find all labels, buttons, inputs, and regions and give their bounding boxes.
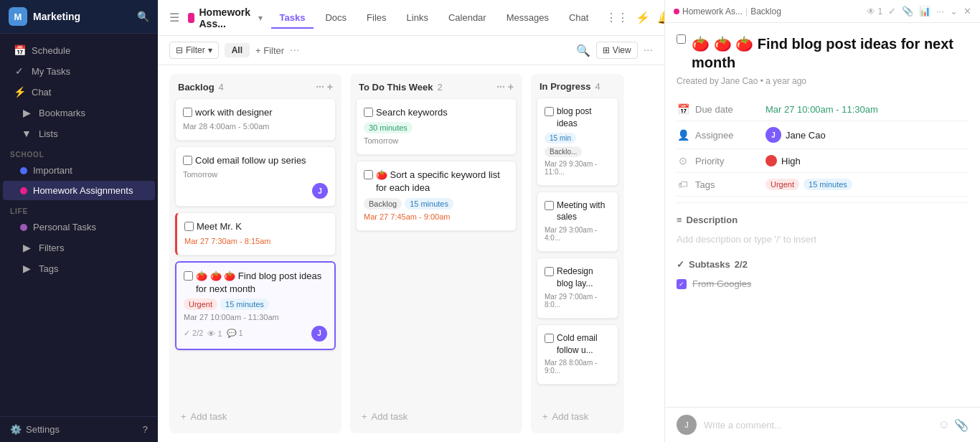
task-checkbox[interactable]: [545, 107, 554, 116]
sidebar-item-my-tasks[interactable]: ✓ My Tasks: [3, 61, 155, 81]
tab-chat[interactable]: Chat: [560, 8, 597, 29]
sidebar-item-lists[interactable]: ▼ Lists: [3, 123, 155, 144]
sidebar-item-bookmarks[interactable]: ▶ Bookmarks: [3, 103, 155, 123]
view-icon: ⊞: [603, 45, 610, 55]
tag-icon: 🏷: [677, 179, 689, 190]
detail-task-checkbox[interactable]: [677, 34, 686, 44]
task-card[interactable]: Redesign blog lay... Mar 29 7:00am - 8:0…: [537, 258, 618, 319]
project-selector[interactable]: Homework Ass... ▾: [188, 6, 263, 29]
assignee-name: Jane Cao: [786, 130, 826, 141]
tab-calendar[interactable]: Calendar: [440, 8, 495, 29]
detail-body: 🍅 🍅 🍅 Find blog post ideas for next mont…: [665, 23, 980, 407]
task-checkbox[interactable]: [545, 201, 554, 210]
bell-icon[interactable]: 🔔: [657, 11, 664, 24]
all-filter-tag[interactable]: All: [225, 43, 250, 57]
more-icon[interactable]: ···: [316, 81, 324, 93]
subtask-item[interactable]: ✓ From Googles: [677, 276, 969, 292]
close-icon[interactable]: ✕: [963, 6, 971, 17]
add-task-button[interactable]: + Add task: [175, 405, 336, 428]
task-card-selected[interactable]: 🍅 🍅 🍅 Find blog post ideas for next mont…: [175, 261, 336, 350]
sidebar-item-personal-tasks[interactable]: Personal Tasks: [3, 217, 155, 237]
emoji-icon[interactable]: ☺: [938, 418, 950, 432]
tag-urgent: Urgent: [184, 298, 217, 310]
description-placeholder[interactable]: Add description or type '/' to insert: [677, 231, 969, 248]
tab-tasks[interactable]: Tasks: [271, 8, 314, 29]
sidebar-item-tags[interactable]: ▶ Tags: [3, 258, 155, 278]
task-card[interactable]: work with designer Mar 28 4:00am - 5:00a…: [175, 98, 336, 141]
detail-panel: Homework As... | Backlog 👁 1 ✓ 📎 📊 ··· ⌄…: [664, 0, 980, 442]
task-card[interactable]: 🍅 Sort a specific keyword list for each …: [356, 161, 517, 230]
view-button[interactable]: ⊞ View: [596, 42, 638, 59]
dot-icon: [20, 224, 27, 231]
tab-files[interactable]: Files: [358, 8, 395, 29]
help-icon[interactable]: ?: [143, 424, 148, 435]
add-task-button[interactable]: + Add task: [537, 405, 618, 428]
eye-icon[interactable]: 👁 1: [867, 6, 882, 17]
sidebar-item-homework-assignments[interactable]: Homework Assignments: [3, 181, 155, 200]
tag-urgent: Urgent: [765, 179, 799, 190]
filter-button[interactable]: ⊟ Filter ▾: [169, 42, 219, 59]
more-options-icon[interactable]: ···: [290, 44, 299, 57]
gear-icon: ⚙️: [10, 424, 22, 435]
sidebar-item-filters[interactable]: ▶ Filters: [3, 238, 155, 258]
chart-icon[interactable]: 📊: [919, 6, 930, 17]
add-task-button[interactable]: + Add task: [356, 405, 517, 428]
grid-icon[interactable]: ⋮⋮: [606, 11, 628, 24]
task-card[interactable]: Meeting with sales Mar 29 3:00am - 4:0..…: [537, 192, 618, 253]
task-time: Mar 28 4:00am - 5:00am: [183, 122, 328, 131]
topbar: ☰ Homework Ass... ▾ Tasks Docs Files Lin…: [158, 0, 664, 36]
sidebar-item-important[interactable]: Important: [3, 161, 155, 180]
tab-messages[interactable]: Messages: [498, 8, 557, 29]
sidebar-nav: 📅 Schedule ✓ My Tasks ⚡ Chat ▶ Bookmarks…: [0, 34, 158, 416]
comment-actions: ☺ 📎: [938, 418, 969, 432]
plus-icon: +: [362, 411, 367, 422]
task-card[interactable]: Meet Mr. K Mar 27 7:30am - 8:15am: [175, 212, 336, 255]
column-backlog-body: work with designer Mar 28 4:00am - 5:00a…: [169, 98, 341, 405]
task-time: Mar 27 7:45am - 9:00am: [364, 212, 509, 221]
task-checkbox[interactable]: [364, 170, 373, 179]
check-icon[interactable]: ✓: [888, 6, 896, 17]
task-checkbox[interactable]: [183, 156, 192, 165]
hamburger-icon[interactable]: ☰: [169, 11, 179, 24]
task-checkbox[interactable]: [183, 108, 192, 117]
minimize-icon[interactable]: ⌄: [950, 6, 958, 17]
bolt-icon[interactable]: ⚡: [636, 11, 650, 24]
tag-15min: 15 minutes: [405, 198, 453, 210]
add-task-icon[interactable]: +: [508, 81, 514, 93]
sidebar-item-schedule[interactable]: 📅 Schedule: [3, 40, 155, 60]
more-icon[interactable]: ···: [496, 81, 505, 93]
toolbar-more-icon[interactable]: ···: [644, 44, 653, 57]
task-card[interactable]: Cold email follow u... Mar 28 8:00am - 9…: [537, 324, 618, 385]
task-title: 🍅 🍅 🍅 Find blog post ideas for next mont…: [184, 270, 327, 296]
add-task-icon[interactable]: +: [327, 81, 333, 93]
settings-button[interactable]: ⚙️ Settings: [10, 424, 60, 435]
more-icon[interactable]: ···: [936, 6, 944, 17]
task-checkbox[interactable]: [364, 108, 373, 117]
comment-input[interactable]: [704, 420, 931, 431]
chevron-right-icon: ▶: [20, 242, 33, 253]
tag-15min: 15 minutes: [804, 179, 852, 190]
task-checkbox[interactable]: [545, 267, 554, 276]
task-checkbox[interactable]: [184, 271, 193, 281]
search-icon[interactable]: 🔍: [576, 44, 590, 57]
tags-value[interactable]: Urgent 15 minutes: [765, 179, 852, 190]
chevron-right-icon: ▶: [20, 107, 33, 118]
subtask-checkbox[interactable]: ✓: [677, 279, 687, 289]
subtask-count: ✓ 2/2: [184, 329, 203, 338]
tab-links[interactable]: Links: [398, 8, 437, 29]
add-filter-button[interactable]: + Filter: [255, 45, 284, 56]
sidebar-item-chat[interactable]: ⚡ Chat: [3, 82, 155, 102]
task-card[interactable]: Cold email follow up series Tomorrow J: [175, 146, 336, 207]
assignee-value[interactable]: J Jane Cao: [765, 127, 826, 143]
due-date-value[interactable]: Mar 27 10:00am - 11:30am: [765, 104, 878, 115]
attachment-icon[interactable]: 📎: [954, 418, 969, 432]
tab-docs[interactable]: Docs: [316, 8, 355, 29]
paperclip-icon[interactable]: 📎: [902, 6, 913, 17]
search-icon[interactable]: 🔍: [137, 11, 149, 22]
task-card[interactable]: Search keywords 30 minutes Tomorrow: [356, 98, 517, 155]
task-checkbox[interactable]: [545, 334, 554, 343]
task-card[interactable]: blog post ideas 15 min Backlo... Mar 29 …: [537, 98, 618, 186]
priority-value[interactable]: High: [765, 155, 801, 166]
priority-label: Priority: [695, 156, 760, 166]
task-checkbox[interactable]: [184, 222, 194, 231]
